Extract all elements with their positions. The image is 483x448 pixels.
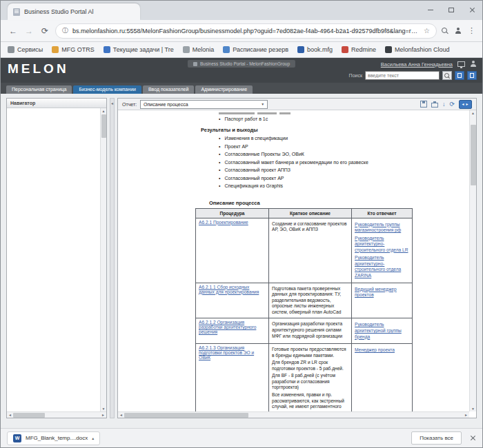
- tab-favicon-icon: [13, 8, 20, 16]
- bullet-icon: •: [219, 143, 220, 150]
- bookmark-favicon-icon: [103, 46, 110, 53]
- portal-nav-tabs: Персональная страницаБизнес-модель компа…: [1, 83, 482, 94]
- reload-button[interactable]: ⟳: [39, 26, 50, 36]
- scroll-right-icon[interactable]: ►: [464, 413, 468, 417]
- tab-title: Business Studio Portal Al: [24, 8, 94, 15]
- navigator-hscrollbar[interactable]: ◄ ►: [7, 411, 106, 418]
- portal-tab-item[interactable]: Персональная страница: [6, 85, 72, 94]
- panel-splitter[interactable]: ◄: [110, 98, 115, 418]
- search-go-button[interactable]: [442, 71, 452, 80]
- portal-tab-item[interactable]: Администрирование: [195, 85, 253, 94]
- portal-caption-text: Business Studio Portal - MelonFashionGro…: [200, 61, 290, 66]
- scroll-thumb[interactable]: [124, 413, 248, 418]
- content-hscrollbar[interactable]: ◄ ►: [118, 411, 469, 418]
- description-paragraph: Готовые проекты предоставляются в бренды…: [272, 347, 348, 358]
- scroll-right-icon[interactable]: ►: [101, 413, 105, 417]
- results-list: •Изменения в спецификации•Проект АР•Согл…: [194, 135, 469, 189]
- bookmark-favicon-icon: [297, 46, 304, 53]
- bookmark-item[interactable]: Redmine: [342, 46, 376, 53]
- responsible-link[interactable]: Менеджер проекта: [355, 347, 409, 354]
- bookmark-star-icon[interactable]: ☆: [424, 27, 430, 34]
- table-row: А6.2.1.1 Сбор исходных данных для проект…: [196, 283, 413, 318]
- bookmark-item[interactable]: Melonia: [183, 46, 215, 53]
- monitor-icon[interactable]: [457, 61, 465, 67]
- responsible-link[interactable]: Руководитель архитектурно-строительного …: [355, 236, 409, 254]
- description-paragraph: Все изменения, правки и пр. рассматриваю…: [272, 392, 348, 411]
- portal-tab-item[interactable]: Ввод показателей: [143, 85, 194, 94]
- procedure-link[interactable]: А6.2.1.2 Организация разработки архитект…: [199, 320, 256, 334]
- save-icon[interactable]: [420, 101, 427, 108]
- diagram-quick-button[interactable]: [467, 71, 477, 80]
- responsible-link[interactable]: Руководитель группы магазиностроения рф: [355, 222, 409, 234]
- refresh-icon[interactable]: ⟳: [449, 101, 455, 108]
- menu-icon[interactable]: ⋮: [468, 26, 475, 35]
- melon-logo[interactable]: MELON: [8, 61, 69, 77]
- scroll-left-icon[interactable]: ◄: [119, 413, 123, 417]
- address-bar: ← → ⟳ ⓘ bs.melonfashion.ru:5558/MelonFas…: [1, 20, 482, 42]
- address-bar-icons: ⋮: [442, 26, 475, 35]
- content-vscrollbar[interactable]: ▲ ▼: [469, 110, 476, 411]
- report-select[interactable]: Описание процесса ▼: [140, 100, 268, 109]
- back-button[interactable]: ←: [8, 26, 19, 36]
- report-quick-button[interactable]: [455, 71, 464, 80]
- scroll-down-icon[interactable]: ▼: [471, 407, 475, 411]
- procedure-link[interactable]: А6.2.1.1 Сбор исходных данных для проект…: [199, 285, 259, 294]
- scroll-up-icon[interactable]: ▲: [471, 111, 475, 115]
- bullet-icon: •: [219, 135, 220, 141]
- url-input[interactable]: ⓘ bs.melonfashion.ru:5558/MelonFashionGr…: [55, 23, 437, 39]
- list-item-text: Согласованный проект АР: [224, 175, 284, 181]
- window-controls: [420, 1, 482, 19]
- responsible-link[interactable]: Руководитель архитектурной группы бренда: [355, 322, 409, 340]
- list-item: •Согласованный макет баннера и рекоменда…: [219, 159, 469, 165]
- portal-search-row: Поиск: [349, 71, 477, 80]
- browser-tab[interactable]: Business Studio Portal Al: [8, 3, 140, 20]
- bullet-icon: •: [219, 183, 220, 189]
- list-item-text: Спецификация из Graphis: [224, 183, 283, 189]
- word-file-icon: W: [13, 434, 21, 442]
- responsible-link[interactable]: Руководитель архитектурно-строительного …: [355, 255, 409, 278]
- forward-button[interactable]: →: [23, 26, 34, 36]
- bookmark-item[interactable]: MFG OTRS: [52, 46, 95, 53]
- portal-search-input[interactable]: [365, 71, 440, 80]
- download-menu-icon[interactable]: ▴: [92, 436, 94, 440]
- user-name-link[interactable]: Васильева Анна Геннадьевна: [381, 61, 453, 68]
- navigator-vscrollbar[interactable]: ▲ ▼: [100, 108, 106, 411]
- download-item[interactable]: W MFG_Blank_temp....docx ▴: [7, 431, 100, 445]
- bookmarks-bar: СервисыMFG OTRSТекущие задачи | TreMelon…: [1, 42, 482, 58]
- bookmark-item[interactable]: Расписание резерв: [223, 46, 288, 53]
- scroll-left-icon[interactable]: ◄: [8, 413, 12, 417]
- bookmark-item[interactable]: book.mfg: [297, 46, 333, 53]
- page-info-icon[interactable]: ⓘ: [62, 26, 68, 35]
- scroll-thumb[interactable]: [101, 114, 106, 138]
- responsible-link[interactable]: Ведущий менеджер проектов: [355, 287, 409, 298]
- scroll-thumb[interactable]: [471, 125, 476, 185]
- collapse-icon: ◄: [110, 101, 114, 418]
- process-table: ПроцедураКраткое описаниеКто отвечаетА6.…: [195, 208, 413, 412]
- bullet-icon: •: [219, 167, 220, 173]
- panel-toggle-button[interactable]: ◄►: [459, 100, 472, 109]
- scroll-up-icon[interactable]: ▲: [102, 109, 106, 113]
- procedure-link[interactable]: А6.2.1.3 Организация подготовки проектов…: [199, 345, 254, 360]
- table-header-cell: Кто отвечает: [352, 208, 413, 218]
- close-button[interactable]: [462, 1, 482, 19]
- bookmark-item[interactable]: Текущие задачи | Tre: [103, 46, 174, 53]
- window-icon: [193, 62, 197, 66]
- export-icon[interactable]: ↓: [442, 101, 446, 108]
- procedure-link[interactable]: А6.2.1 Проектирование: [199, 220, 248, 225]
- bullet-icon: •: [219, 175, 220, 181]
- maximize-button[interactable]: [441, 1, 462, 19]
- scroll-down-icon[interactable]: ▼: [102, 407, 106, 411]
- bookmark-item[interactable]: Melonfashion Cloud: [385, 46, 450, 53]
- scroll-thumb[interactable]: [13, 413, 45, 418]
- close-download-bar-icon[interactable]: [470, 435, 476, 441]
- portal-tab-active[interactable]: Бизнес-модель компании: [73, 85, 141, 94]
- search-icon[interactable]: [442, 28, 448, 34]
- navigator-body[interactable]: ▲ ▼: [7, 108, 106, 411]
- bookmark-favicon-icon: [342, 46, 348, 53]
- bookmark-item[interactable]: Сервисы: [8, 46, 43, 53]
- print-icon[interactable]: [431, 103, 438, 108]
- minimize-button[interactable]: [420, 1, 441, 19]
- account-icon[interactable]: [470, 61, 477, 68]
- show-all-downloads-button[interactable]: Показать все: [411, 431, 462, 445]
- profile-icon[interactable]: [455, 28, 462, 34]
